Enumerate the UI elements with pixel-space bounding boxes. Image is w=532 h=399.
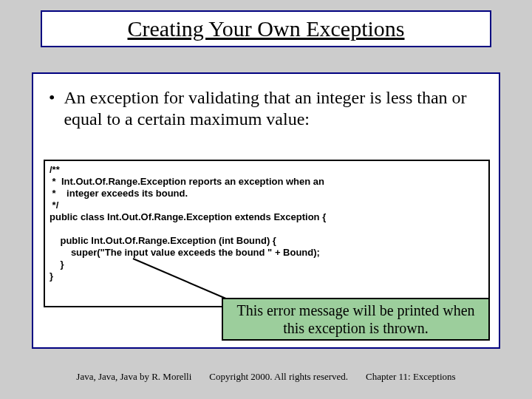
title-box: Creating Your Own Exceptions bbox=[41, 10, 491, 47]
code-line: * Int.Out.Of.Range.Exception reports an … bbox=[50, 176, 324, 187]
slide-title: Creating Your Own Exceptions bbox=[128, 16, 405, 41]
footer-left: Java, Java, Java by R. Morelli bbox=[76, 371, 191, 383]
code-line: */ bbox=[50, 200, 58, 211]
code-line: public class Int.Out.Of.Range.Exception … bbox=[50, 211, 326, 222]
code-line: } bbox=[50, 270, 53, 282]
footer-right: Chapter 11: Exceptions bbox=[366, 371, 456, 383]
callout-text: This error message will be printed when … bbox=[228, 301, 484, 337]
callout-box: This error message will be printed when … bbox=[222, 298, 490, 341]
bullet-text: An exception for validating that an inte… bbox=[64, 87, 491, 130]
content-box: • An exception for validating that an in… bbox=[32, 72, 500, 349]
footer-center: Copyright 2000. All rights reserved. bbox=[209, 371, 348, 383]
code-line: } bbox=[50, 259, 64, 270]
bullet-item: • An exception for validating that an in… bbox=[44, 87, 491, 130]
code-line: /** bbox=[50, 164, 60, 175]
code-box: /** * Int.Out.Of.Range.Exception reports… bbox=[44, 160, 490, 307]
code-line: super("The input value exceeds the bound… bbox=[50, 247, 320, 258]
code-line: public Int.Out.Of.Range.Exception (int B… bbox=[50, 235, 276, 246]
bullet-marker: • bbox=[49, 87, 55, 109]
code-line: * integer exceeds its bound. bbox=[50, 188, 188, 199]
footer: Java, Java, Java by R. Morelli Copyright… bbox=[0, 371, 532, 383]
slide: Creating Your Own Exceptions • An except… bbox=[0, 0, 532, 399]
